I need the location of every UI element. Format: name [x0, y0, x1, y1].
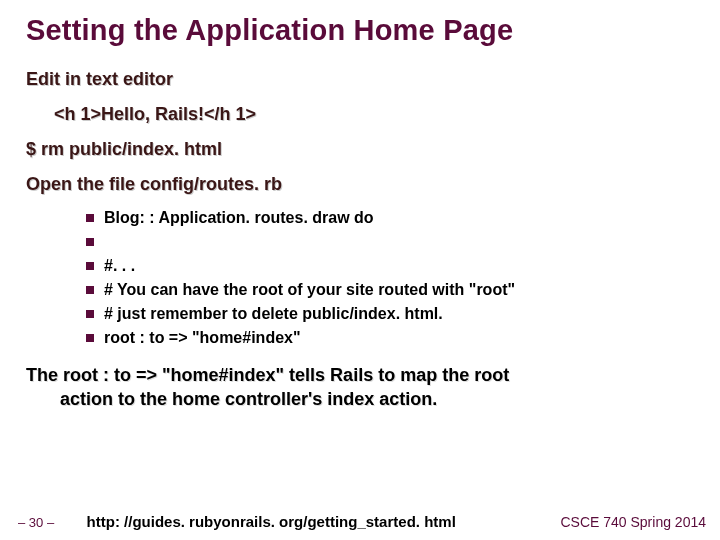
slide: Setting the Application Home Page Edit i…	[0, 0, 720, 412]
footer: – 30 – http: //guides. rubyonrails. org/…	[0, 512, 720, 530]
list-item: Blog: : Application. routes. draw do	[86, 209, 694, 227]
list-item: #. . .	[86, 257, 694, 275]
step-open: Open the file config/routes. rb	[26, 174, 694, 195]
list-item: # You can have the root of your site rou…	[86, 281, 694, 299]
bullet-list: Blog: : Application. routes. draw do #. …	[86, 209, 694, 347]
explanation: The root : to => "home#index" tells Rail…	[26, 363, 694, 412]
step-edit: Edit in text editor	[26, 69, 694, 90]
page-number: – 30 –	[18, 515, 54, 530]
footer-url: http: //guides. rubyonrails. org/getting…	[87, 513, 456, 530]
para-line1: The root : to => "home#index" tells Rail…	[26, 365, 509, 385]
course-label: CSCE 740 Spring 2014	[560, 514, 706, 530]
list-item: # just remember to delete public/index. …	[86, 305, 694, 323]
list-item: root : to => "home#index"	[86, 329, 694, 347]
para-line2: action to the home controller's index ac…	[60, 387, 694, 411]
list-item	[86, 233, 694, 251]
page-title: Setting the Application Home Page	[26, 14, 694, 47]
step-rm: $ rm public/index. html	[26, 139, 694, 160]
step-hello: <h 1>Hello, Rails!</h 1>	[54, 104, 694, 125]
